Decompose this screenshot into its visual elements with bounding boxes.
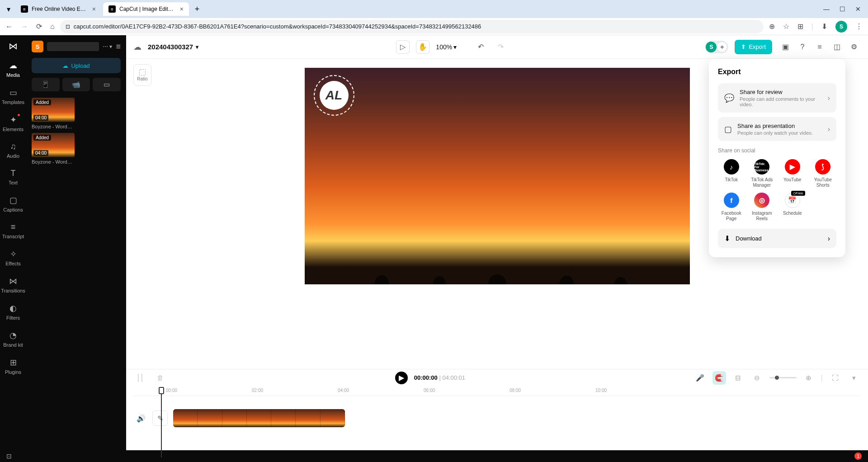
bookmark-icon[interactable]: ☆	[783, 22, 789, 31]
split-button[interactable]: ⎮⎮	[133, 371, 147, 385]
hand-tool[interactable]: ✋	[416, 40, 429, 54]
collapse-icon[interactable]: ▾	[847, 371, 861, 385]
list-icon[interactable]: ≡	[813, 40, 826, 54]
favicon-2: ≡	[108, 5, 116, 13]
tab-list-dropdown[interactable]: ▾	[4, 4, 14, 14]
reload-icon[interactable]: ⟳	[36, 22, 42, 31]
capture-icon[interactable]: ▣	[778, 40, 792, 54]
share-tiktok-ads[interactable]: TikTok:For BusinessTikTok Ads Manager	[749, 159, 776, 188]
settings-icon[interactable]: ⚙	[847, 40, 861, 54]
user-avatar[interactable]: S	[32, 41, 43, 52]
thumb-name: Boyzone - Words (...	[32, 159, 75, 165]
magnet-icon[interactable]: 🧲	[712, 371, 726, 385]
tick: 02:00	[252, 388, 263, 393]
site-info-icon[interactable]: ⊡	[66, 24, 70, 30]
zoom-level[interactable]: 100% ▾	[436, 43, 457, 51]
profile-avatar[interactable]: S	[835, 21, 847, 33]
share-youtube-shorts[interactable]: ⟆YouTube Shorts	[810, 159, 837, 188]
media-thumb-0[interactable]: Added 04:00 Boyzone - Words (...	[32, 98, 75, 129]
zoom-in-icon[interactable]: ⊕	[802, 371, 816, 385]
nav-effects[interactable]: ✧Effects	[0, 245, 26, 271]
extensions-icon[interactable]: ⊞	[797, 22, 803, 31]
notification-badge[interactable]: 1	[854, 453, 862, 460]
undo-button[interactable]: ↶	[474, 40, 487, 54]
zoom-out-icon[interactable]: ⊖	[750, 371, 764, 385]
import-phone-button[interactable]: 📱	[32, 78, 60, 91]
cursor-tool[interactable]: ▷	[396, 40, 410, 54]
share-instagram[interactable]: ◎Instagram Reels	[749, 193, 776, 222]
address-bar[interactable]: ⊡ capcut.com/editor/0AE17CF9-92B2-473D-8…	[60, 20, 764, 33]
upload-button[interactable]: ☁ Upload	[32, 58, 121, 73]
overlay-logo[interactable]: AL	[314, 75, 354, 116]
track-audio-icon[interactable]: 🔊	[133, 410, 149, 426]
nav-media[interactable]: ☁Media	[0, 56, 26, 82]
home-icon[interactable]: ⌂	[50, 23, 55, 31]
share-tiktok[interactable]: ♪TikTok	[718, 159, 745, 188]
close-tab-2[interactable]: ×	[180, 5, 184, 13]
share-as-presentation[interactable]: ▢ Share as presentation People can only …	[718, 117, 836, 141]
align-icon[interactable]: ⊟	[731, 371, 745, 385]
menu-icon[interactable]: ⋮	[855, 22, 863, 31]
nav-transitions[interactable]: ⋈Transitions	[0, 272, 26, 298]
install-icon[interactable]: ⊕	[769, 22, 775, 31]
nav-text[interactable]: TText	[0, 164, 26, 190]
new-tab-button[interactable]: +	[191, 3, 203, 15]
share-for-review[interactable]: 💬 Share for review People can add commen…	[718, 83, 836, 113]
play-button[interactable]: ▶	[395, 372, 408, 384]
nav-transcript[interactable]: ≡Transcript	[0, 218, 26, 244]
cloud-sync-icon[interactable]: ☁	[133, 42, 142, 52]
share-youtube[interactable]: ▶YouTube	[779, 159, 806, 188]
delete-button[interactable]: 🗑	[153, 371, 167, 385]
panel-menu-icon[interactable]: ≡	[116, 42, 121, 52]
export-button[interactable]: ⬆Export	[735, 40, 772, 54]
redo-button[interactable]: ↷	[494, 40, 507, 54]
share-schedule[interactable]: ◇Free📅Schedule	[779, 193, 806, 222]
fit-icon[interactable]: ⛶	[828, 371, 842, 385]
browser-tab-1[interactable]: ≡ Free Online Video Editor | Easy ×	[15, 2, 101, 16]
nav-plugins[interactable]: ⊞Plugins	[0, 353, 26, 379]
editor-header: ☁ 202404300327 ▾ ▷ ✋ 100% ▾ ↶ ↷ S + ⬆Exp…	[126, 35, 868, 59]
forward-icon[interactable]: →	[21, 23, 28, 31]
comment-icon: 💬	[724, 93, 734, 103]
zoom-slider[interactable]	[769, 377, 797, 378]
timeline-ruler[interactable]: 00:00 02:00 04:00 06:00 08:00 10:00	[133, 386, 861, 396]
instagram-icon: ◎	[754, 193, 769, 208]
project-name[interactable]: 202404300327 ▾	[148, 43, 198, 51]
maximize-icon[interactable]: ☐	[840, 5, 845, 13]
import-camera-button[interactable]: 📹	[62, 78, 90, 91]
nav-captions[interactable]: ▢Captions	[0, 191, 26, 217]
downloads-icon[interactable]: ⬇	[821, 22, 827, 31]
playhead[interactable]	[159, 387, 164, 394]
close-window-icon[interactable]: ✕	[855, 5, 861, 13]
back-icon[interactable]: ←	[5, 23, 13, 31]
tab-1-title: Free Online Video Editor | Easy	[32, 6, 89, 12]
nav-elements[interactable]: ✦Elements	[0, 110, 26, 137]
download-option[interactable]: ⬇ Download ›	[718, 229, 836, 248]
nav-audio[interactable]: ♫Audio	[0, 137, 26, 163]
effects-icon: ✧	[10, 249, 17, 259]
minimize-icon[interactable]: —	[823, 5, 830, 13]
mic-icon[interactable]: 🎤	[693, 371, 707, 385]
browser-tab-2[interactable]: ≡ CapCut | Image Editor | All-In-O ×	[103, 2, 189, 16]
share-facebook[interactable]: fFacebook Page	[718, 193, 745, 222]
user-dropdown-icon[interactable]: ⋯ ▾	[103, 43, 112, 50]
shorts-icon: ⟆	[815, 159, 830, 174]
feedback-icon[interactable]: ⊡	[6, 453, 12, 460]
layout-icon[interactable]: ◫	[830, 40, 844, 54]
video-clip[interactable]	[173, 409, 345, 427]
media-thumb-1[interactable]: Added 04:00 Boyzone - Words (...	[32, 133, 75, 165]
help-icon[interactable]: ?	[796, 40, 809, 54]
add-collab-icon[interactable]: +	[717, 42, 727, 52]
close-tab-1[interactable]: ×	[92, 5, 96, 13]
collaborators[interactable]: S +	[705, 41, 728, 53]
track-edit-icon[interactable]: ✎	[152, 410, 168, 426]
nav-templates[interactable]: ▭Templates	[0, 83, 26, 109]
ratio-button[interactable]: Ratio	[133, 64, 151, 86]
nav-brandkit[interactable]: ◔Brand kit	[0, 326, 26, 352]
video-preview[interactable]: AL	[305, 68, 690, 284]
capcut-logo-icon[interactable]: ⋈	[9, 41, 18, 52]
import-drive-button[interactable]: ▭	[93, 78, 121, 91]
user-name	[47, 42, 99, 51]
nav-filters[interactable]: ◐Filters	[0, 299, 26, 325]
download-icon: ⬇	[724, 234, 730, 243]
